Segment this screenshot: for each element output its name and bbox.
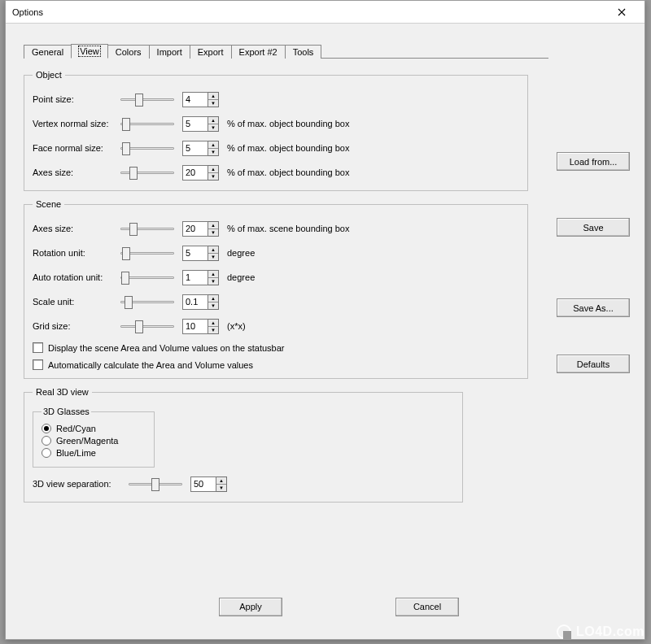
auto-rotation-input[interactable]	[182, 270, 208, 285]
spin-up-icon[interactable]: ▲	[208, 141, 218, 148]
spin-down-icon[interactable]: ▼	[208, 124, 218, 131]
scale-unit-input[interactable]	[182, 294, 208, 310]
spin-up-icon[interactable]: ▲	[208, 117, 218, 124]
tab-export[interactable]: Export	[190, 45, 232, 59]
radio-icon[interactable]	[42, 436, 51, 446]
spin-down-icon[interactable]: ▼	[208, 172, 218, 180]
object-legend: Object	[33, 70, 65, 80]
spin-up-icon[interactable]: ▲	[216, 477, 226, 484]
auto-rotation-spinner[interactable]: ▲▼	[182, 270, 219, 285]
defaults-button[interactable]: Defaults	[557, 355, 630, 373]
spin-up-icon[interactable]: ▲	[208, 93, 218, 99]
radio-icon[interactable]	[42, 424, 51, 433]
tab-colors[interactable]: Colors	[107, 45, 150, 59]
vertex-normal-slider[interactable]	[120, 116, 174, 131]
object-axes-label: Axes size:	[33, 168, 120, 177]
spin-down-icon[interactable]: ▼	[208, 228, 218, 236]
glasses-option-red-cyan[interactable]: Red/Cyan	[42, 424, 146, 433]
save-as-button[interactable]: Save As...	[557, 298, 630, 317]
separation-slider[interactable]	[129, 476, 182, 491]
point-size-slider[interactable]	[120, 92, 174, 107]
spin-down-icon[interactable]: ▼	[208, 277, 218, 285]
grid-size-row: Grid size: ▲▼ (x*x)	[33, 316, 519, 336]
rotation-unit-input[interactable]	[182, 246, 208, 261]
grid-size-input[interactable]	[182, 319, 208, 334]
rotation-unit-slider[interactable]	[120, 246, 174, 260]
spin-down-icon[interactable]: ▼	[208, 99, 218, 107]
grid-size-slider[interactable]	[120, 319, 174, 333]
spin-down-icon[interactable]: ▼	[208, 253, 218, 260]
auto-rotation-suffix: degree	[227, 272, 255, 282]
save-button[interactable]: Save	[557, 218, 630, 237]
radio-icon[interactable]	[42, 448, 51, 458]
object-axes-spinner[interactable]: ▲▼	[182, 165, 219, 181]
scene-axes-input[interactable]	[182, 221, 208, 237]
tab-general[interactable]: General	[24, 45, 72, 59]
glasses-option-label: Blue/Lime	[56, 448, 96, 458]
auto-rotation-slider[interactable]	[120, 270, 174, 285]
point-size-label: Point size:	[33, 94, 120, 104]
glasses-option-label: Green/Magenta	[56, 436, 118, 446]
spin-down-icon[interactable]: ▼	[208, 148, 218, 155]
real-3d-legend: Real 3D view	[33, 387, 92, 397]
scale-unit-slider[interactable]	[120, 294, 174, 309]
scale-unit-row: Scale unit: ▲▼	[33, 292, 519, 311]
auto-area-volume-checkbox[interactable]	[33, 359, 43, 370]
scale-unit-label: Scale unit:	[33, 297, 120, 307]
separation-input[interactable]	[190, 476, 216, 492]
point-size-input[interactable]	[182, 92, 208, 107]
spin-up-icon[interactable]: ▲	[208, 295, 218, 302]
scene-axes-spinner[interactable]: ▲▼	[182, 221, 219, 237]
separation-spinner[interactable]: ▲▼	[190, 476, 227, 492]
face-normal-input[interactable]	[182, 141, 208, 156]
tab-view[interactable]: View	[71, 44, 108, 59]
grid-size-label: Grid size:	[33, 321, 120, 331]
spin-down-icon[interactable]: ▼	[216, 484, 226, 491]
display-area-volume-checkbox[interactable]	[33, 342, 43, 353]
auto-area-volume-label: Automatically calculate the Area and Vol…	[48, 360, 253, 370]
glasses-group: 3D Glasses Red/Cyan Green/Magenta Blue/L…	[33, 407, 155, 468]
spin-down-icon[interactable]: ▼	[208, 302, 218, 309]
object-axes-slider[interactable]	[120, 165, 174, 180]
object-axes-input[interactable]	[182, 165, 208, 181]
tab-export2[interactable]: Export #2	[231, 45, 286, 59]
separation-row: 3D view separation: ▲▼	[33, 474, 454, 494]
face-normal-spinner[interactable]: ▲▼	[182, 141, 219, 156]
object-axes-suffix: % of max. object bounding box	[227, 168, 349, 177]
grid-size-spinner[interactable]: ▲▼	[182, 319, 219, 334]
vertex-normal-input[interactable]	[182, 116, 208, 132]
close-button[interactable]	[605, 3, 638, 21]
face-normal-row: Face normal size: ▲▼ % of max. object bo…	[33, 138, 519, 158]
scene-axes-slider[interactable]	[120, 221, 174, 236]
scale-unit-spinner[interactable]: ▲▼	[182, 294, 219, 310]
face-normal-slider[interactable]	[120, 141, 174, 155]
titlebar: Options	[6, 1, 644, 24]
glasses-option-green-magenta[interactable]: Green/Magenta	[42, 436, 146, 446]
tab-strip: General View Colors Import Export Export…	[24, 41, 548, 59]
rotation-unit-label: Rotation unit:	[33, 248, 120, 258]
cancel-button[interactable]: Cancel	[395, 598, 459, 616]
load-from-button[interactable]: Load from...	[557, 152, 630, 171]
point-size-row: Point size: ▲▼	[33, 89, 519, 109]
scene-group: Scene Axes size: ▲▼ % of max. scene boun…	[24, 199, 528, 379]
tab-tools[interactable]: Tools	[285, 45, 322, 59]
glasses-option-blue-lime[interactable]: Blue/Lime	[42, 448, 146, 458]
auto-area-volume-row: Automatically calculate the Area and Vol…	[33, 359, 519, 370]
rotation-unit-row: Rotation unit: ▲▼ degree	[33, 243, 519, 263]
vertex-normal-spinner[interactable]: ▲▼	[182, 116, 219, 132]
tab-import[interactable]: Import	[149, 45, 190, 59]
spin-up-icon[interactable]: ▲	[208, 271, 218, 277]
spin-up-icon[interactable]: ▲	[208, 222, 218, 228]
apply-button[interactable]: Apply	[219, 598, 282, 616]
display-area-volume-row: Display the scene Area and Volume values…	[33, 342, 519, 353]
rotation-unit-spinner[interactable]: ▲▼	[182, 246, 219, 261]
spin-up-icon[interactable]: ▲	[208, 166, 218, 172]
separation-label: 3D view separation:	[33, 479, 129, 489]
rotation-unit-suffix: degree	[227, 248, 255, 258]
close-icon	[618, 8, 626, 16]
spin-down-icon[interactable]: ▼	[208, 326, 218, 333]
point-size-spinner[interactable]: ▲▼	[182, 92, 219, 107]
scene-axes-row: Axes size: ▲▼ % of max. scene bounding b…	[33, 219, 519, 238]
spin-up-icon[interactable]: ▲	[208, 320, 218, 326]
spin-up-icon[interactable]: ▲	[208, 246, 218, 253]
